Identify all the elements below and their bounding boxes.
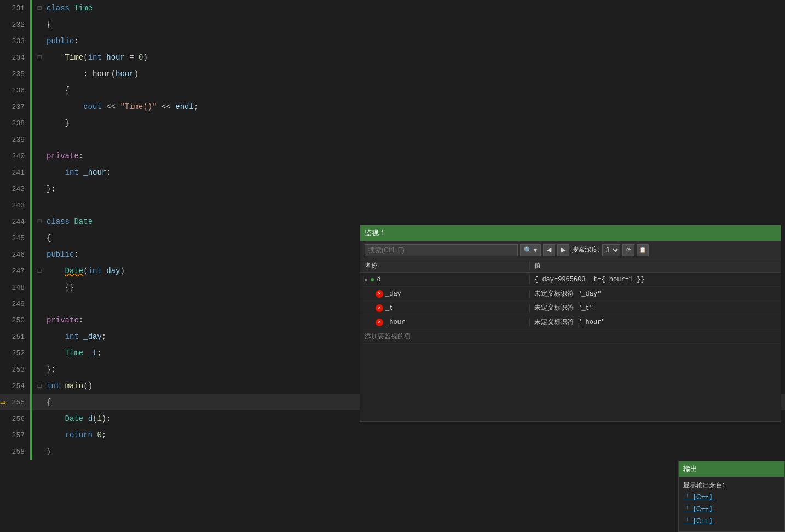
gutter-bar-244 <box>30 213 32 230</box>
watch-row-value-t: 未定义标识符 "_t" <box>530 303 781 313</box>
code-content-233: public: <box>44 37 785 45</box>
gutter-bar-257 <box>30 427 32 443</box>
gutter-bar-246 <box>30 246 32 263</box>
gutter-bar-239 <box>30 131 32 148</box>
watch-panel: 监视 1 🔍 ▾ ◀ ▶ 搜索深度: 3 1 2 4 5 ⟳ 📋 名称 值 ▶ … <box>360 225 781 422</box>
code-content-237: cout << "Time()" << endl; <box>44 102 785 111</box>
gutter-bar-240 <box>30 148 32 164</box>
gutter-bar-253 <box>30 361 32 378</box>
watch-toolbar: 🔍 ▾ ◀ ▶ 搜索深度: 3 1 2 4 5 ⟳ 📋 <box>360 241 781 259</box>
code-line-231: 231 □ class Time <box>0 0 785 16</box>
line-number-253: 253 <box>0 366 30 374</box>
line-number-251: 251 <box>0 333 30 341</box>
code-content-238: } <box>44 119 785 128</box>
output-title: 输出 <box>683 464 697 474</box>
var-name-d: d <box>377 276 380 284</box>
gutter-bar-251 <box>30 328 32 345</box>
watch-table: 名称 值 ▶ ● d {_day=9965603 _t={_hour=1 }} … <box>360 259 781 421</box>
col-value-header: 值 <box>530 261 781 270</box>
fold-244[interactable]: □ <box>34 218 44 225</box>
fold-247[interactable]: □ <box>34 268 44 274</box>
code-line-242: 242 }; <box>0 181 785 197</box>
add-watch-label[interactable]: 添加要监视的项 <box>360 329 415 343</box>
watch-row-t[interactable]: ✕ _t 未定义标识符 "_t" <box>360 301 781 315</box>
line-number-242: 242 <box>0 185 30 193</box>
code-line-241: 241 int _hour; <box>0 164 785 181</box>
line-number-231: 231 <box>0 4 30 13</box>
watch-row-name-d: ▶ ● d <box>360 275 530 284</box>
code-content-234: Time(int hour = 0) <box>44 53 785 62</box>
gutter-bar-252 <box>30 345 32 361</box>
line-number-243: 243 <box>0 201 30 210</box>
line-number-241: 241 <box>0 169 30 177</box>
gutter-bar-249 <box>30 296 32 312</box>
watch-row-name-hour: ✕ _hour <box>360 319 530 326</box>
gutter-bar-248 <box>30 279 32 296</box>
gutter-bar-255 <box>30 394 32 410</box>
output-link-1[interactable]: 「【C++】 <box>683 493 715 502</box>
output-row-3: 「【C++】 <box>683 515 780 527</box>
back-button[interactable]: ◀ <box>543 244 555 256</box>
line-number-236: 236 <box>0 86 30 95</box>
filter-button[interactable]: ⟳ <box>622 244 634 256</box>
gutter-bar-247 <box>30 263 32 279</box>
status-error-t: ✕ <box>376 304 383 312</box>
watch-add-row[interactable]: 添加要监视的项 <box>360 329 781 344</box>
watch-row-day[interactable]: ✕ _day 未定义标识符 "_day" <box>360 287 781 301</box>
output-title-bar: 输出 <box>679 461 784 477</box>
watch-row-d[interactable]: ▶ ● d {_day=9965603 _t={_hour=1 }} <box>360 273 781 287</box>
code-content-235: :_hour(hour) <box>44 70 785 78</box>
code-content-236: { <box>44 86 785 95</box>
code-content-240: private: <box>44 152 785 160</box>
watch-table-header: 名称 值 <box>360 259 781 273</box>
code-line-238: 238 } <box>0 115 785 131</box>
expand-arrow-d[interactable]: ▶ <box>365 276 368 283</box>
line-number-249: 249 <box>0 300 30 308</box>
code-content-232: { <box>44 20 785 29</box>
code-line-243: 243 <box>0 197 785 213</box>
gutter-bar-241 <box>30 164 32 181</box>
copy-button[interactable]: 📋 <box>637 244 649 256</box>
gutter-bar-250 <box>30 312 32 328</box>
code-line-232: 232 { <box>0 16 785 33</box>
gutter-bar-233 <box>30 33 32 49</box>
code-line-235: 235 :_hour(hour) <box>0 66 785 82</box>
search-box[interactable] <box>365 244 518 256</box>
line-number-246: 246 <box>0 251 30 259</box>
gutter-bar-237 <box>30 99 32 115</box>
forward-button[interactable]: ▶ <box>557 244 569 256</box>
depth-select[interactable]: 3 1 2 4 5 <box>602 244 620 256</box>
line-number-232: 232 <box>0 21 30 29</box>
line-number-240: 240 <box>0 152 30 160</box>
watch-row-name-t: ✕ _t <box>360 304 530 312</box>
search-input[interactable] <box>368 246 514 254</box>
watch-title-bar: 监视 1 <box>360 225 781 241</box>
gutter-bar-243 <box>30 197 32 213</box>
line-number-237: 237 <box>0 103 30 111</box>
line-number-233: 233 <box>0 37 30 45</box>
line-number-238: 238 <box>0 119 30 128</box>
output-content: 显示输出来自: 「【C++】 「【C++】 「【C++】 <box>679 477 784 529</box>
gutter-bar-238 <box>30 115 32 131</box>
fold-234[interactable]: □ <box>34 54 44 61</box>
status-error-day: ✕ <box>376 290 383 298</box>
output-show-label: 显示输出来自: <box>683 481 724 490</box>
gutter-bar-258 <box>30 443 32 460</box>
code-line-236: 236 { <box>0 82 785 99</box>
output-row-1: 「【C++】 <box>683 491 780 503</box>
code-content-241: int _hour; <box>44 168 785 177</box>
watch-row-hour[interactable]: ✕ _hour 未定义标识符 "_hour" <box>360 315 781 329</box>
watch-row-value-d: {_day=9965603 _t={_hour=1 }} <box>530 276 781 284</box>
code-line-233: 233 public: <box>0 33 785 49</box>
gutter-bar-235 <box>30 66 32 82</box>
gutter-bar-254 <box>30 378 32 394</box>
fold-231[interactable]: □ <box>34 5 44 11</box>
search-icon-button[interactable]: 🔍 ▾ <box>520 244 541 256</box>
output-link-2[interactable]: 「【C++】 <box>683 505 715 514</box>
code-line-258: 258 } <box>0 443 785 460</box>
output-link-3[interactable]: 「【C++】 <box>683 517 715 526</box>
fold-254[interactable]: □ <box>34 383 44 389</box>
code-line-234: 234 □ Time(int hour = 0) <box>0 49 785 66</box>
code-line-239: 239 <box>0 131 785 148</box>
watch-row-name-day: ✕ _day <box>360 290 530 298</box>
